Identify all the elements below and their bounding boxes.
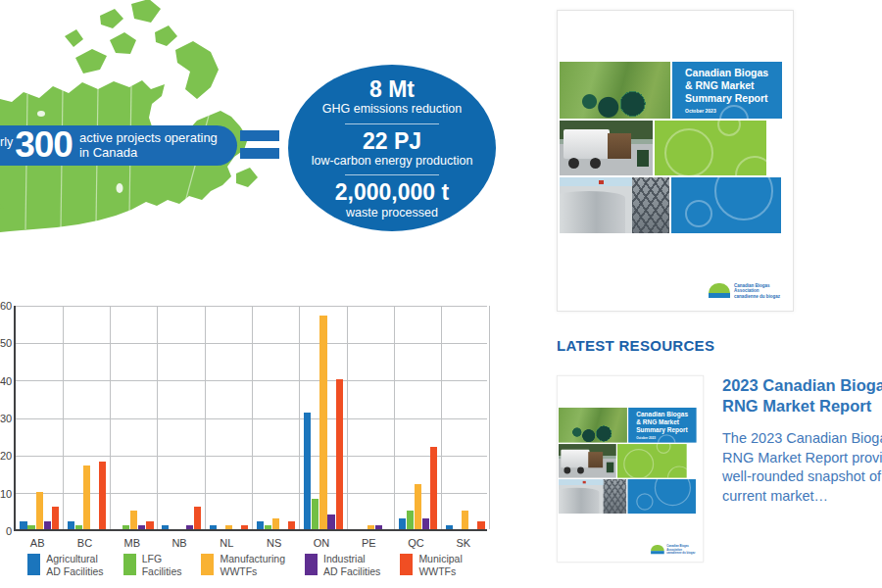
equals-sign — [240, 130, 279, 159]
bar — [130, 511, 137, 529]
legend-item: LFGFacilities — [123, 553, 182, 578]
cover-blue-panel — [671, 177, 781, 233]
bar — [415, 484, 421, 529]
bar — [257, 521, 264, 529]
bar — [52, 507, 59, 529]
resource-title-link[interactable]: 2023 Canadian Biogas & RNG Market Report — [722, 375, 882, 416]
bar — [146, 521, 153, 529]
gridline — [63, 306, 64, 529]
bar — [430, 447, 437, 529]
bar — [138, 525, 145, 529]
divider — [345, 174, 439, 175]
legend-label: ManufacturingWWTFs — [220, 553, 285, 578]
cover-band-bottom — [560, 177, 783, 233]
cover-band-top: Canadian Biogas & RNG Market Summary Rep… — [560, 62, 783, 119]
bar — [122, 525, 129, 529]
bar — [241, 525, 248, 529]
resource-item: 2023 Canadian Biogas & RNG Market Report… — [722, 375, 882, 506]
cover-title-panel: Canadian Biogas & RNG Market Summary Rep… — [672, 62, 782, 119]
bar — [422, 518, 429, 530]
bar — [210, 525, 217, 529]
x-tick-label: MB — [109, 537, 156, 549]
bar — [375, 525, 382, 529]
x-tick-label: NS — [251, 537, 298, 549]
bar — [446, 525, 453, 529]
stat-waste-label: waste processed — [346, 206, 438, 221]
stat-ghg-label: GHG emissions reduction — [322, 102, 462, 118]
bar — [36, 492, 43, 529]
y-tick-label: 0 — [0, 525, 12, 537]
legend-label: IndustrialAD Facilities — [323, 553, 380, 578]
x-tick-label: NB — [156, 537, 203, 549]
stat-ghg-value: 8 Mt — [369, 77, 415, 102]
cba-logo: Canadian Biogas Association canadienne d… — [651, 545, 695, 555]
stat-waste-value: 2,000,000 t — [335, 180, 449, 205]
gridline — [394, 306, 395, 529]
bar — [312, 499, 318, 529]
cba-logo-icon — [709, 283, 730, 298]
x-tick-label: PE — [345, 537, 392, 549]
x-tick-label: BC — [61, 537, 108, 549]
bar — [399, 518, 406, 530]
bar — [186, 525, 193, 529]
cover-photo-truck — [559, 444, 616, 478]
latest-resources-heading: LATEST RESOURCES — [557, 337, 714, 354]
legend-swatch — [305, 554, 318, 575]
legend-item: ManufacturingWWTFs — [201, 553, 285, 578]
banner-prefix: rly — [0, 135, 13, 149]
divider — [345, 123, 439, 124]
legend-label: LFGFacilities — [142, 553, 182, 578]
banner-caption: active projects operating in Canada — [79, 131, 218, 160]
bar — [462, 511, 468, 529]
y-tick-label: 30 — [0, 413, 12, 424]
legend-item: MunicipalWWTFs — [400, 553, 462, 578]
cover-photo-truck — [560, 121, 653, 175]
legend-swatch — [201, 554, 214, 575]
cba-logo: Canadian Biogas Association canadienne d… — [709, 283, 780, 299]
cover-photo-plant — [559, 479, 626, 514]
bar — [265, 525, 271, 529]
report-cover-large[interactable]: Canadian Biogas & RNG Market Summary Rep… — [557, 10, 794, 312]
bar — [83, 466, 90, 529]
bar — [288, 521, 295, 529]
bar — [304, 413, 311, 529]
cover-green-panel — [655, 121, 766, 175]
y-tick-label: 20 — [0, 450, 12, 462]
x-tick-label: NL — [203, 537, 250, 549]
chart-plot-area — [14, 306, 487, 531]
cover-photo-farm — [559, 408, 627, 443]
facilities-by-province-chart: 0102030405060 ABBCMBNBNLNSONPEQCSK Agric… — [0, 297, 490, 588]
cover-photo-farm — [560, 62, 670, 119]
y-tick-label: 40 — [0, 375, 12, 387]
resource-thumbnail[interactable]: Canadian Biogas & RNG Market Summary Rep… — [557, 375, 705, 564]
gridline — [299, 306, 300, 529]
legend-item: AgriculturalAD Facilities — [27, 553, 103, 578]
legend-swatch — [400, 554, 413, 575]
legend-swatch — [27, 554, 40, 575]
stat-energy-value: 22 PJ — [363, 129, 421, 154]
gridline — [347, 306, 348, 529]
x-tick-label: ON — [298, 537, 345, 549]
resource-description: The 2023 Canadian Biogas & RNG Market Re… — [722, 429, 882, 506]
banner-count: 300 — [15, 126, 73, 163]
bar — [75, 525, 82, 529]
y-tick-label: 50 — [0, 337, 12, 349]
chart-legend: AgriculturalAD FacilitiesLFGFacilitiesMa… — [0, 553, 490, 578]
gridline — [252, 306, 253, 529]
y-tick-label: 10 — [0, 488, 12, 500]
cba-logo-icon — [651, 545, 664, 554]
bar — [225, 525, 232, 529]
gridline — [441, 306, 442, 529]
x-tick-label: QC — [392, 537, 439, 549]
active-projects-banner: rly 300 active projects operating in Can… — [0, 125, 237, 166]
bar — [477, 521, 484, 529]
legend-label: MunicipalWWTFs — [418, 553, 462, 578]
report-cover: Canadian Biogas & RNG Market Summary Rep… — [557, 375, 704, 563]
bar — [162, 525, 169, 529]
gridline — [110, 306, 111, 529]
bar — [368, 525, 374, 529]
x-tick-label: AB — [14, 537, 61, 549]
bar — [44, 521, 51, 529]
cover-band-middle — [560, 121, 783, 175]
stat-energy-label: low-carbon energy production — [312, 154, 473, 170]
